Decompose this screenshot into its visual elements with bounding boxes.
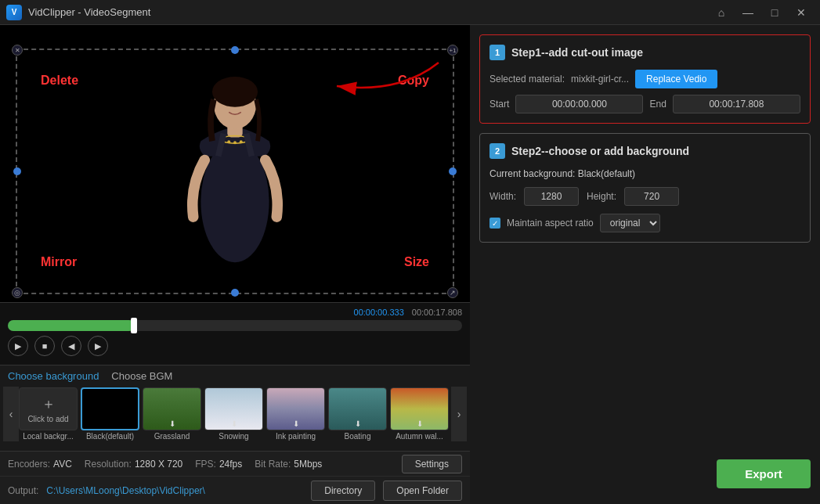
svg-point-1: [200, 141, 269, 262]
thumb-label-add: Local backgr...: [23, 432, 73, 441]
fps-item: FPS: 24fps: [195, 459, 242, 470]
main-area: Delete Copy Mirror Size ✕ +1 ◎ ↗: [0, 25, 820, 504]
bitrate-value: 5Mbps: [294, 459, 322, 470]
settings-button[interactable]: Settings: [402, 455, 462, 473]
title-bar: V VidClipper - VideoSegment ⌂ — □ ✕: [0, 0, 820, 25]
current-bg-label: Current background:: [489, 168, 575, 179]
aspect-ratio-checkbox[interactable]: ✓: [489, 218, 500, 229]
thumb-label-grassland: Grassland: [154, 432, 190, 441]
app-icon: V: [6, 5, 22, 20]
material-label: Selected material:: [489, 74, 565, 85]
handle-right[interactable]: [449, 167, 457, 175]
output-label: Output:: [8, 485, 38, 496]
scroll-right-button[interactable]: ›: [451, 387, 467, 441]
thumb-snowing[interactable]: ⬇: [204, 387, 263, 430]
delete-button[interactable]: Delete: [41, 74, 78, 88]
step1-header: 1 Step1--add cut-out image: [489, 45, 800, 60]
stop-button[interactable]: ■: [34, 336, 55, 356]
list-item[interactable]: ⬇ Grassland: [143, 387, 201, 441]
size-button[interactable]: Size: [404, 255, 429, 269]
open-folder-button[interactable]: Open Folder: [383, 481, 462, 501]
close-button[interactable]: ✕: [789, 3, 814, 22]
bitrate-label: Bit Rate:: [255, 459, 291, 470]
timeline-thumb[interactable]: [131, 318, 137, 333]
encoders-value: AVC: [53, 459, 72, 470]
svg-point-5: [225, 100, 229, 106]
time-display: 00:00:00.333 00:00:17.808: [8, 308, 462, 317]
title-bar-left: V VidClipper - VideoSegment: [6, 5, 150, 20]
resolution-label: Resolution:: [85, 459, 132, 470]
tab-choose-bgm[interactable]: Choose BGM: [111, 370, 172, 382]
height-input[interactable]: [624, 187, 679, 206]
fps-value: 24fps: [219, 459, 242, 470]
spacer: [479, 252, 811, 450]
thumb-label-black: Black(default): [86, 432, 134, 441]
tab-choose-background[interactable]: Choose background: [8, 370, 99, 382]
list-item[interactable]: ⬇ Autumn wal...: [390, 387, 449, 441]
step2-content: Current background: Black(default) Width…: [489, 168, 800, 232]
end-time-input[interactable]: [673, 95, 800, 113]
output-bar: Output: C:\Users\MLoong\Desktop\VidClipp…: [0, 476, 470, 504]
handle-top-right[interactable]: +1: [447, 45, 458, 56]
start-time-input[interactable]: [515, 95, 643, 113]
replace-video-button[interactable]: Replace Vedio: [635, 70, 717, 88]
export-button[interactable]: Export: [717, 459, 811, 488]
svg-point-8: [227, 140, 230, 143]
timeline-progress: [8, 320, 135, 331]
scroll-left-button[interactable]: ‹: [3, 387, 19, 441]
handle-top[interactable]: [231, 46, 239, 54]
step2-title: Step2--choose or add background: [511, 145, 689, 157]
thumb-boating[interactable]: ⬇: [328, 387, 387, 430]
step2-box: 2 Step2--choose or add background Curren…: [479, 133, 811, 243]
handle-bottom-right[interactable]: ↗: [447, 287, 458, 298]
add-background-box[interactable]: ＋ Click to add: [19, 387, 78, 430]
thumb-grassland[interactable]: ⬇: [143, 387, 201, 430]
start-label: Start: [489, 99, 509, 110]
current-time: 00:00:00.333: [354, 308, 404, 317]
step2-num: 2: [489, 143, 505, 159]
output-path: C:\Users\MLoong\Desktop\VidClipper\: [46, 485, 303, 496]
total-time: 00:00:17.808: [412, 308, 462, 317]
prev-button[interactable]: ◀: [61, 336, 81, 356]
fps-label: FPS:: [195, 459, 216, 470]
step1-box: 1 Step1--add cut-out image Selected mate…: [479, 34, 811, 124]
video-player: Delete Copy Mirror Size ✕ +1 ◎ ↗: [0, 25, 470, 302]
status-bar: Encoders: AVC Resolution: 1280 X 720 FPS…: [0, 451, 470, 476]
end-label: End: [649, 99, 666, 110]
minimize-button[interactable]: —: [735, 3, 760, 22]
thumb-black-default[interactable]: [81, 387, 139, 430]
handle-bottom-left[interactable]: ◎: [12, 287, 23, 298]
handle-bottom[interactable]: [231, 289, 239, 297]
thumb-autumn[interactable]: ⬇: [390, 387, 449, 430]
material-value: mixkit-girl-cr...: [571, 74, 629, 85]
maximize-button[interactable]: □: [762, 3, 787, 22]
height-label: Height:: [587, 191, 616, 202]
aspect-select[interactable]: original 16:9 4:3 1:1: [600, 214, 660, 232]
encoders-label: Encoders:: [8, 459, 50, 470]
thumb-label-boating: Boating: [345, 432, 371, 441]
list-item[interactable]: ⬇ Boating: [328, 387, 387, 441]
svg-point-10: [240, 140, 243, 143]
home-button[interactable]: ⌂: [709, 3, 734, 22]
bg-tabs: Choose background Choose BGM: [0, 370, 470, 382]
right-panel: 1 Step1--add cut-out image Selected mate…: [470, 25, 820, 504]
list-item[interactable]: ⬇ Snowing: [204, 387, 263, 441]
list-item[interactable]: ⬇ Ink painting: [266, 387, 325, 441]
title-bar-controls: ⌂ — □ ✕: [709, 3, 814, 22]
width-label: Width:: [489, 191, 516, 202]
list-item[interactable]: Black(default): [81, 387, 139, 441]
bitrate-item: Bit Rate: 5Mbps: [255, 459, 322, 470]
width-input[interactable]: [524, 187, 579, 206]
timeline-track[interactable]: [8, 320, 462, 331]
list-item[interactable]: ＋ Click to add Local backgr...: [19, 387, 78, 441]
bg-section: Choose background Choose BGM ‹ ＋ Click t…: [0, 365, 470, 451]
handle-top-left[interactable]: ✕: [12, 45, 23, 56]
handle-left[interactable]: [13, 167, 21, 175]
play-button[interactable]: ▶: [8, 336, 28, 356]
mirror-button[interactable]: Mirror: [41, 255, 77, 269]
thumb-ink-painting[interactable]: ⬇: [266, 387, 325, 430]
video-section: Delete Copy Mirror Size ✕ +1 ◎ ↗: [0, 25, 470, 504]
directory-button[interactable]: Directory: [311, 481, 375, 501]
next-button[interactable]: ▶: [88, 336, 108, 356]
dimension-row: Width: Height:: [489, 187, 800, 206]
